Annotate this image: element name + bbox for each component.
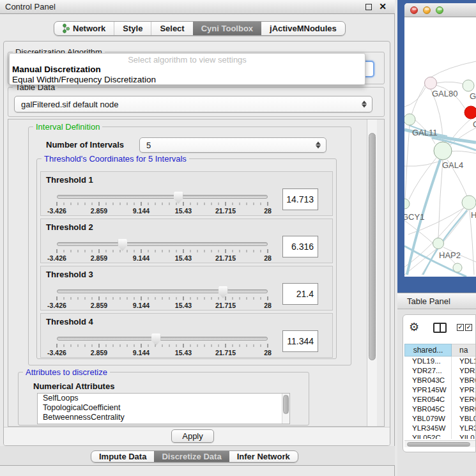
tick-mark: [268, 344, 268, 348]
attributes-list[interactable]: SelfLoopsTopologicalCoefficientBetweenne…: [37, 393, 290, 424]
tab-jactivemnodules[interactable]: jActiveMNodules: [261, 22, 345, 35]
table-row[interactable]: YLR345WYLR3: [404, 424, 476, 433]
network-node[interactable]: [434, 142, 452, 160]
tick-mark: [240, 344, 240, 347]
list-item[interactable]: BetweennessCentrality: [38, 413, 289, 422]
table-cell[interactable]: YIL052C: [404, 433, 452, 439]
threshold-slider[interactable]: [57, 337, 268, 341]
network-node[interactable]: [463, 80, 474, 91]
close-traffic-icon[interactable]: [410, 6, 418, 14]
tick-mark: [219, 203, 219, 205]
tick-mark: [176, 250, 177, 252]
scrollbar-thumb[interactable]: [407, 442, 470, 447]
tab-cyni-toolbox[interactable]: Cyni Toolbox: [193, 22, 261, 35]
network-node[interactable]: [464, 106, 476, 119]
network-node[interactable]: [404, 114, 415, 125]
bottom-tab-discretize-data[interactable]: Discretize Data: [154, 451, 229, 462]
list-item[interactable]: TopologicalCoefficient: [38, 403, 289, 413]
tick-mark: [197, 203, 198, 205]
table-row[interactable]: YBL079WYBL0: [404, 414, 476, 424]
tick-mark: [64, 297, 65, 300]
bottom-tab-impute-data[interactable]: Impute Data: [91, 451, 154, 462]
minimize-traffic-icon[interactable]: [423, 6, 431, 14]
network-node[interactable]: [425, 77, 437, 89]
table-cell[interactable]: YIL0: [452, 433, 476, 439]
network-titlebar[interactable]: [404, 3, 476, 17]
table-cell[interactable]: YBR045C: [404, 404, 452, 414]
tick-mark: [226, 344, 226, 348]
network-node[interactable]: [433, 238, 444, 249]
table-cell[interactable]: YBR0: [452, 376, 476, 385]
threshold-value-input[interactable]: 6.316: [282, 236, 318, 257]
threshold-value-input[interactable]: 14.713: [282, 188, 318, 210]
table-cell[interactable]: YDL1: [452, 357, 476, 366]
table-cell[interactable]: YPR145W: [404, 385, 452, 395]
table-row[interactable]: YER054CYER0: [404, 395, 476, 404]
number-of-intervals-combobox[interactable]: 5: [139, 137, 326, 153]
table-row[interactable]: YBR045CYBR0: [404, 404, 476, 414]
table-data-combobox[interactable]: galFiltered.sif default node: [14, 96, 372, 112]
table-row[interactable]: YBR043CYBR0: [404, 376, 476, 385]
table-cell[interactable]: YPR1: [452, 385, 476, 395]
table-cell[interactable]: YBR043C: [404, 376, 452, 385]
tick-mark: [240, 297, 240, 300]
table-cell[interactable]: YDL19...: [404, 357, 452, 366]
tick-mark: [141, 296, 142, 300]
checkbox-icon[interactable]: ✓: [465, 324, 472, 331]
network-node[interactable]: [404, 199, 410, 209]
network-node[interactable]: [462, 196, 476, 210]
table-row[interactable]: YDR27...YDR2: [404, 366, 476, 376]
table-cell[interactable]: YLR3: [452, 424, 476, 433]
tab-network[interactable]: Network: [54, 22, 114, 35]
table-cell[interactable]: YER0: [452, 395, 476, 404]
table-cell[interactable]: YBR0: [452, 404, 476, 414]
close-icon[interactable]: ✕: [379, 1, 387, 12]
table-cell[interactable]: YLR345W: [404, 424, 452, 433]
threshold-slider[interactable]: [57, 242, 268, 246]
popup-option-manual-discretization[interactable]: Manual Discretization: [12, 65, 101, 74]
threshold-slider[interactable]: [57, 289, 268, 293]
tick-mark: [155, 344, 156, 347]
table-cell[interactable]: YBL079W: [404, 414, 452, 424]
network-node[interactable]: [453, 263, 462, 272]
popup-option-equal-width-frequency[interactable]: Equal Width/Frequency Discretization: [12, 75, 156, 84]
table-row[interactable]: YPR145WYPR1: [404, 385, 476, 395]
bottom-tab-infer-network[interactable]: Infer Network: [229, 451, 298, 462]
interval-definition-label: Interval Definition: [33, 122, 102, 132]
tick-mark: [155, 297, 156, 300]
apply-button[interactable]: Apply: [171, 429, 214, 443]
table-header-shared-name[interactable]: shared...: [404, 344, 452, 357]
network-edge: [411, 85, 425, 115]
table-row[interactable]: YIL052CYIL0: [404, 433, 476, 439]
threshold-value-input[interactable]: 11.344: [282, 330, 318, 352]
tab-select[interactable]: Select: [151, 22, 192, 35]
horizontal-scrollbar[interactable]: [404, 440, 475, 447]
list-item[interactable]: SelfLoops: [38, 394, 289, 403]
algorithm-popup: Select algorithm to view settings Manual…: [9, 53, 365, 85]
tick-mark: [134, 203, 135, 205]
table-header-name[interactable]: na: [452, 344, 476, 357]
table-cell[interactable]: YER054C: [404, 395, 452, 404]
vertical-scrollbar[interactable]: [367, 119, 377, 426]
tick-mark: [92, 203, 93, 205]
network-icon: [63, 24, 70, 33]
table-cell[interactable]: YDR27...: [404, 366, 452, 376]
scrollbar-thumb[interactable]: [369, 133, 376, 360]
tick-mark: [92, 344, 93, 347]
split-view-icon[interactable]: [433, 323, 447, 333]
checkbox-icon[interactable]: ✓: [457, 324, 464, 331]
threshold-slider[interactable]: [57, 195, 268, 199]
float-window-icon[interactable]: [365, 4, 372, 10]
list-scrollbar[interactable]: [282, 394, 289, 424]
panel-title: Control Panel: [5, 2, 56, 12]
zoom-traffic-icon[interactable]: [436, 6, 443, 14]
table-cell[interactable]: YBL0: [452, 414, 476, 424]
gear-icon[interactable]: ⚙: [409, 320, 419, 334]
tick-mark: [106, 203, 107, 205]
network-edge: [409, 158, 436, 199]
table-row[interactable]: YDL19...YDL1: [404, 357, 476, 366]
table-cell[interactable]: YDR2: [452, 366, 476, 376]
tab-style[interactable]: Style: [114, 22, 151, 35]
network-canvas[interactable]: GAL80GACGAL11GAL4GCY1HHAP2: [404, 17, 476, 277]
threshold-value-input[interactable]: 21.4: [282, 283, 318, 305]
